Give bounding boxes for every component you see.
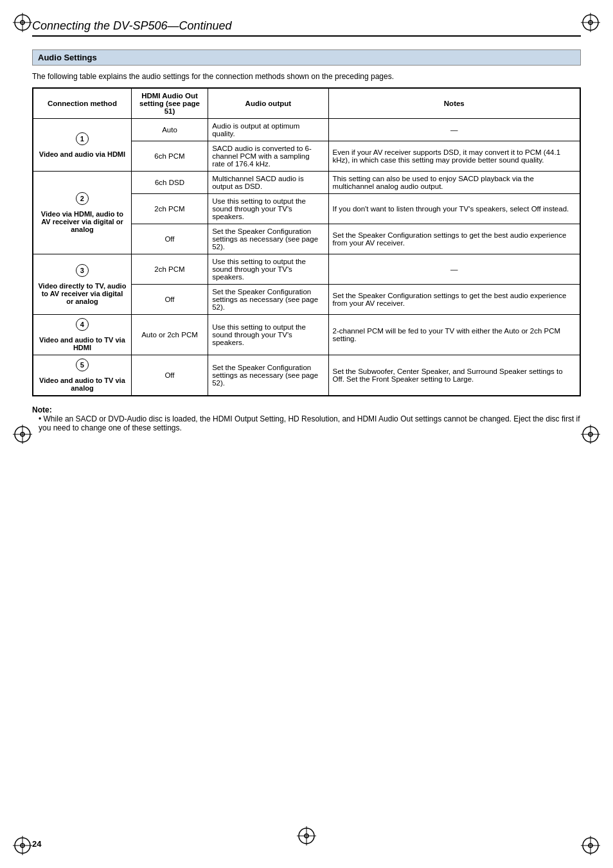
group-label: Video and audio to TV via analog: [37, 376, 127, 392]
hdmi-setting-cell: 2ch PCM: [131, 194, 208, 224]
audio-output-cell: Audio is output at optimum quality.: [208, 119, 328, 141]
corner-mark-tl: [10, 10, 35, 35]
section-title: Audio Settings: [32, 49, 581, 66]
table-row: 2Video via HDMI, audio to AV receiver vi…: [33, 172, 580, 194]
notes-cell: —: [328, 254, 580, 285]
col-header-audio: Audio output: [208, 88, 328, 119]
hdmi-setting-cell: Off: [131, 285, 208, 315]
group-number: 2: [76, 192, 89, 205]
notes-cell: Set the Speaker Configuration settings t…: [328, 224, 580, 254]
table-row: 5Video and audio to TV via analogOffSet …: [33, 355, 580, 396]
hdmi-setting-cell: Auto or 2ch PCM: [131, 315, 208, 355]
table-row: 4Video and audio to TV via HDMIAuto or 2…: [33, 315, 580, 355]
notes-cell: —: [328, 119, 580, 141]
connection-method-cell: 3Video directly to TV, audio to AV recei…: [33, 254, 131, 315]
hdmi-setting-cell: 2ch PCM: [131, 254, 208, 285]
audio-settings-table: Connection method HDMI Audio Out setting…: [32, 87, 581, 396]
intro-text: The following table explains the audio s…: [32, 72, 581, 81]
col-header-hdmi: HDMI Audio Out setting (see page 51): [131, 88, 208, 119]
audio-output-cell: Multichannel SACD audio is output as DSD…: [208, 172, 328, 194]
group-number: 3: [76, 264, 89, 277]
audio-output-cell: Use this setting to output the sound thr…: [208, 254, 328, 285]
title-subtitle: —Continued: [167, 19, 231, 32]
group-number: 1: [76, 132, 89, 145]
notes-cell: Even if your AV receiver supports DSD, i…: [328, 141, 580, 172]
col-header-notes: Notes: [328, 88, 580, 119]
notes-cell: Set the Speaker Configuration settings t…: [328, 285, 580, 315]
audio-output-cell: Use this setting to output the sound thr…: [208, 315, 328, 355]
group-label: Video and audio via HDMI: [39, 150, 125, 158]
hdmi-setting-cell: Off: [131, 355, 208, 396]
notes-cell: This setting can also be used to enjoy S…: [328, 172, 580, 194]
note-title: Note:: [32, 405, 52, 414]
table-row: 1Video and audio via HDMIAutoAudio is ou…: [33, 119, 580, 141]
hdmi-setting-cell: 6ch DSD: [131, 172, 208, 194]
group-number: 4: [76, 318, 89, 331]
notes-cell: If you don't want to listen through your…: [328, 194, 580, 224]
note-text: While an SACD or DVD-Audio disc is loade…: [39, 414, 581, 432]
col-header-connection: Connection method: [33, 88, 131, 119]
table-row: 3Video directly to TV, audio to AV recei…: [33, 254, 580, 285]
audio-output-cell: SACD audio is converted to 6-channel PCM…: [208, 141, 328, 172]
hdmi-setting-cell: 6ch PCM: [131, 141, 208, 172]
notes-cell: 2-channel PCM will be fed to your TV wit…: [328, 315, 580, 355]
group-label: Video and audio to TV via HDMI: [37, 336, 127, 351]
hdmi-setting-cell: Off: [131, 224, 208, 254]
hdmi-setting-cell: Auto: [131, 119, 208, 141]
corner-mark-tr: [578, 10, 603, 35]
notes-cell: Set the Subwoofer, Center Speaker, and S…: [328, 355, 580, 396]
audio-output-cell: Use this setting to output the sound thr…: [208, 194, 328, 224]
corner-mark-br: [578, 833, 603, 858]
page-header: Connecting the DV-SP506—Continued: [32, 19, 581, 37]
page-number: 24: [32, 839, 41, 849]
title-main: Connecting the DV-SP506: [32, 19, 167, 32]
group-number: 5: [76, 359, 89, 371]
note-section: Note: While an SACD or DVD-Audio disc is…: [32, 405, 581, 432]
connection-method-cell: 1Video and audio via HDMI: [33, 119, 131, 172]
audio-output-cell: Set the Speaker Configuration settings a…: [208, 285, 328, 315]
connection-method-cell: 2Video via HDMI, audio to AV receiver vi…: [33, 172, 131, 254]
connection-method-cell: 5Video and audio to TV via analog: [33, 355, 131, 396]
audio-output-cell: Set the Speaker Configuration settings a…: [208, 224, 328, 254]
corner-mark-ml: [10, 421, 35, 447]
page-title: Connecting the DV-SP506—Continued: [32, 19, 581, 33]
connection-method-cell: 4Video and audio to TV via HDMI: [33, 315, 131, 355]
audio-output-cell: Set the Speaker Configuration settings a…: [208, 355, 328, 396]
bottom-center-mark: [294, 823, 319, 849]
corner-mark-bl: [10, 833, 35, 858]
corner-mark-mr: [578, 421, 603, 447]
group-label: Video directly to TV, audio to AV receiv…: [37, 282, 127, 305]
group-label: Video via HDMI, audio to AV receiver via…: [37, 210, 127, 233]
